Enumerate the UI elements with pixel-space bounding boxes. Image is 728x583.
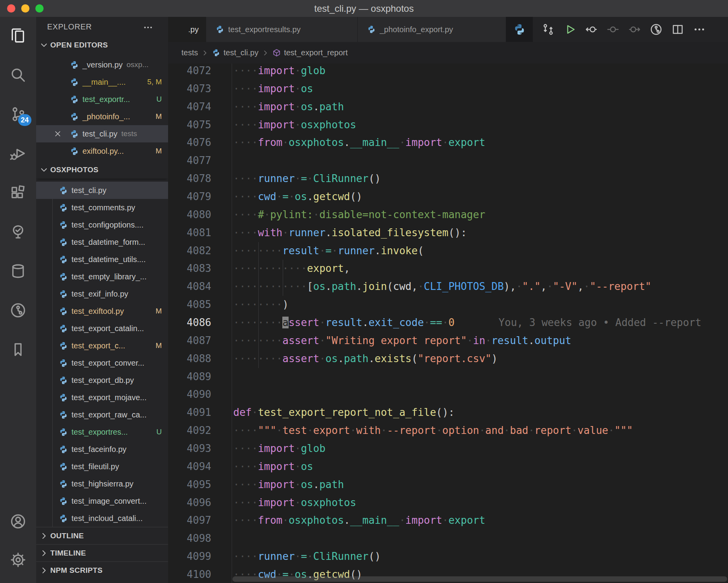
open-editor-item[interactable]: exiftool.py...M <box>36 142 168 160</box>
close-icon[interactable] <box>53 129 62 138</box>
tree-item[interactable]: test_empty_library_... <box>36 268 168 285</box>
code-line[interactable]: 4099····runner·=·CliRunner() <box>168 548 728 566</box>
tree-item[interactable]: test_fileutil.py <box>36 458 168 475</box>
code-line[interactable]: 4085········) <box>168 296 728 314</box>
code-line[interactable]: 4081····with·runner.isolated_filesystem(… <box>168 224 728 242</box>
code-line[interactable]: 4083············export, <box>168 260 728 278</box>
breadcrumb-item[interactable]: test_cli.py <box>212 48 258 57</box>
code-line[interactable]: 4077 <box>168 152 728 170</box>
breadcrumb: teststest_cli.pytest_export_report <box>168 42 728 64</box>
code-line[interactable]: 4073····import·os <box>168 80 728 98</box>
tree-item[interactable]: test_exif_info.py <box>36 285 168 302</box>
breadcrumb-label: test_export_report <box>284 48 348 57</box>
tree-item[interactable]: test_incloud_catali... <box>36 510 168 527</box>
code-text: ········result·=·runner.invoke( <box>233 245 424 257</box>
activity-gitlens-button[interactable] <box>0 292 36 331</box>
activity-files-button[interactable] <box>0 17 36 56</box>
tree-item[interactable]: test_faceinfo.py <box>36 441 168 458</box>
tree-item[interactable]: test_configoptions.... <box>36 216 168 233</box>
tree-item[interactable]: test_image_convert... <box>36 492 168 510</box>
gitlens-icon[interactable] <box>649 23 663 36</box>
tree-item[interactable]: test_export_c...M <box>36 337 168 354</box>
breadcrumb-item[interactable]: tests <box>181 48 198 57</box>
activity-settings-button[interactable] <box>0 541 36 580</box>
open-editor-item[interactable]: test_exportr...U <box>36 91 168 108</box>
code-line[interactable]: 4093····import·glob <box>168 440 728 458</box>
activity-testing-tree-button[interactable] <box>0 213 36 252</box>
tree-item[interactable]: test_datetime_utils.... <box>36 251 168 268</box>
code-line[interactable]: 4076····from·osxphotos.__main__·import·e… <box>168 134 728 152</box>
npm-scripts-section-header[interactable]: NPM SCRIPTS <box>36 561 168 579</box>
tree-item[interactable]: test_export_mojave... <box>36 389 168 406</box>
split-editor-icon[interactable] <box>671 23 684 36</box>
code-line[interactable]: 4087········assert·"Writing export repor… <box>168 332 728 350</box>
python-file-icon <box>70 112 79 121</box>
activity-extensions-button[interactable] <box>0 174 36 213</box>
code-line[interactable]: 4097····from·osxphotos.__main__·import·e… <box>168 512 728 530</box>
timeline-section-header[interactable]: TIMELINE <box>36 544 168 561</box>
breadcrumb-item[interactable]: test_export_report <box>273 48 348 57</box>
activity-bookmarks-button[interactable] <box>0 331 36 370</box>
tree-item[interactable]: test_export_db.py <box>36 372 168 389</box>
tab--py[interactable]: .py <box>168 17 206 42</box>
breadcrumb-label: tests <box>181 48 198 57</box>
code-line[interactable]: 4075····import·osxphotos <box>168 116 728 134</box>
horizontal-scrollbar[interactable] <box>232 576 727 582</box>
code-line[interactable]: 4086········assert·result.exit_code·==·0… <box>168 314 728 332</box>
tab-test-exportresults-py[interactable]: test_exportresults.py <box>206 17 358 42</box>
prev-change-icon[interactable] <box>585 23 598 36</box>
code-line[interactable]: 4084············[os.path.join(cwd,·CLI_P… <box>168 278 728 296</box>
file-name: _photoinfo_... <box>82 112 130 121</box>
activity-run-debug-button[interactable] <box>0 135 36 174</box>
tree-item[interactable]: test_export_raw_ca... <box>36 406 168 423</box>
python-logo-icon[interactable] <box>506 17 533 42</box>
compare-working-icon[interactable] <box>606 23 620 36</box>
tree-item[interactable]: test_highsierra.py <box>36 475 168 492</box>
tree-item[interactable]: test_cli.py <box>36 182 168 199</box>
code-line[interactable]: 4089 <box>168 368 728 386</box>
account-icon <box>10 513 26 531</box>
more-actions-icon[interactable] <box>143 22 153 35</box>
tree-item[interactable]: test_exiftool.pyM <box>36 302 168 320</box>
next-change-icon[interactable] <box>628 23 641 36</box>
code-line[interactable]: 4072····import·glob <box>168 64 728 80</box>
code-editor[interactable]: 4072····import·glob4073····import·os4074… <box>168 64 728 583</box>
activity-database-button[interactable] <box>0 252 36 292</box>
outline-section-header[interactable]: OUTLINE <box>36 527 168 544</box>
tree-item[interactable]: test_export_catalin... <box>36 320 168 337</box>
code-line[interactable]: 4079····cwd·=·os.getcwd() <box>168 188 728 206</box>
line-number: 4077 <box>168 152 211 170</box>
open-editors-header[interactable]: OPEN EDITORS <box>36 37 168 53</box>
tree-item[interactable]: test_export_conver... <box>36 354 168 372</box>
code-line[interactable]: 4092····"""·test·export·with·--report·op… <box>168 422 728 440</box>
code-line[interactable]: 4090 <box>168 386 728 404</box>
open-editor-item[interactable]: _photoinfo_...M <box>36 108 168 125</box>
open-changes-icon[interactable] <box>541 23 555 36</box>
code-line[interactable]: 4096····import·osxphotos <box>168 494 728 512</box>
more-actions-icon[interactable] <box>693 23 706 36</box>
code-line[interactable]: 4088········assert·os.path.exists("repor… <box>168 350 728 368</box>
code-text: ····cwd·=·os.getcwd() <box>233 191 362 202</box>
open-editor-item[interactable]: test_cli.pytests <box>36 125 168 142</box>
tab--photoinfo-export-py[interactable]: _photoinfo_export.py <box>358 17 506 42</box>
python-file-icon <box>59 272 68 281</box>
code-line[interactable]: 4074····import·os.path <box>168 98 728 116</box>
code-line[interactable]: 4091def·test_export_report_not_a_file(): <box>168 404 728 422</box>
code-line[interactable]: 4080····#·pylint:·disable=not-context-ma… <box>168 206 728 224</box>
code-line[interactable]: 4082········result·=·runner.invoke( <box>168 242 728 260</box>
activity-account-button[interactable] <box>0 503 36 541</box>
activity-search-button[interactable] <box>0 56 36 95</box>
tree-item[interactable]: test_datetime_form... <box>36 233 168 251</box>
project-section-header[interactable]: OSXPHOTOS <box>36 161 168 179</box>
code-line[interactable]: 4098 <box>168 530 728 548</box>
tree-item[interactable]: test_comments.py <box>36 199 168 216</box>
activity-source-control-button[interactable]: 24 <box>0 95 36 135</box>
tree-item[interactable]: test_exportres...U <box>36 423 168 441</box>
code-line[interactable]: 4094····import·os <box>168 458 728 476</box>
open-editor-item[interactable]: __main__....5, M <box>36 73 168 91</box>
code-line[interactable]: 4078····runner·=·CliRunner() <box>168 170 728 188</box>
file-name: test_cli.py <box>71 186 106 195</box>
open-editor-item[interactable]: _version.pyosxp... <box>36 56 168 73</box>
code-line[interactable]: 4095····import·os.path <box>168 476 728 494</box>
run-icon[interactable] <box>563 23 576 36</box>
